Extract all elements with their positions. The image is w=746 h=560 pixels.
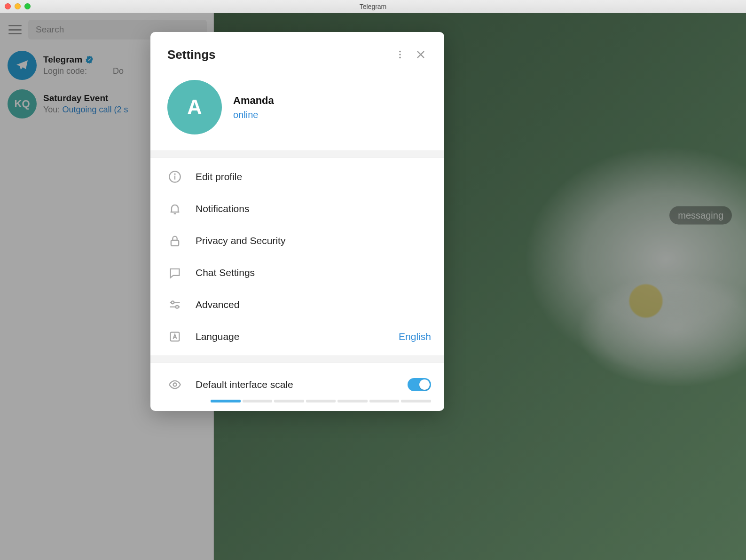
menu-item-language[interactable]: Language English bbox=[150, 321, 444, 353]
svg-point-8 bbox=[171, 301, 174, 304]
scale-seg bbox=[274, 400, 304, 402]
menu-item-label: Edit profile bbox=[196, 171, 431, 182]
menu-item-privacy[interactable]: Privacy and Security bbox=[150, 225, 444, 257]
svg-point-12 bbox=[173, 383, 177, 386]
window-close-button[interactable] bbox=[5, 3, 11, 9]
chat-icon bbox=[167, 265, 182, 280]
profile-avatar: A bbox=[167, 80, 222, 134]
menu-item-label: Privacy and Security bbox=[196, 235, 431, 246]
settings-menu: Edit profile Notifications Privacy and S… bbox=[150, 158, 444, 355]
menu-item-label: Notifications bbox=[196, 203, 431, 214]
scale-seg bbox=[369, 400, 400, 402]
profile-status: online bbox=[233, 110, 274, 120]
svg-rect-6 bbox=[171, 240, 179, 246]
scale-seg bbox=[243, 400, 273, 402]
profile-section[interactable]: A Amanda online bbox=[150, 68, 444, 150]
menu-item-chat-settings[interactable]: Chat Settings bbox=[150, 257, 444, 289]
lock-icon bbox=[167, 233, 182, 248]
window-title: Telegram bbox=[0, 3, 746, 10]
sliders-icon bbox=[167, 297, 182, 312]
menu-item-label: Language bbox=[196, 331, 385, 342]
language-icon bbox=[167, 329, 182, 344]
svg-point-0 bbox=[399, 51, 401, 53]
svg-point-2 bbox=[399, 57, 401, 59]
scale-seg bbox=[211, 400, 241, 402]
menu-item-advanced[interactable]: Advanced bbox=[150, 289, 444, 321]
bell-icon bbox=[167, 201, 182, 216]
svg-point-5 bbox=[174, 174, 175, 174]
scale-label: Default interface scale bbox=[196, 379, 394, 390]
window-titlebar: Telegram bbox=[0, 0, 746, 13]
info-icon bbox=[167, 169, 182, 184]
profile-name: Amanda bbox=[233, 95, 274, 107]
close-icon bbox=[416, 49, 426, 60]
window-minimize-button[interactable] bbox=[15, 3, 21, 9]
eye-icon bbox=[167, 377, 182, 392]
scale-seg bbox=[401, 400, 431, 402]
close-button[interactable] bbox=[410, 44, 431, 65]
scale-seg bbox=[306, 400, 336, 402]
svg-point-10 bbox=[176, 306, 179, 308]
window-zoom-button[interactable] bbox=[24, 3, 31, 9]
traffic-lights bbox=[5, 3, 31, 9]
section-separator bbox=[150, 150, 444, 158]
scale-seg bbox=[338, 400, 368, 402]
scale-toggle[interactable] bbox=[408, 378, 431, 391]
kebab-icon bbox=[395, 49, 405, 60]
scale-row: Default interface scale bbox=[150, 363, 444, 397]
profile-avatar-initial: A bbox=[187, 95, 202, 119]
menu-item-value: English bbox=[399, 331, 431, 342]
more-button[interactable] bbox=[390, 44, 410, 65]
menu-item-label: Advanced bbox=[196, 299, 431, 310]
svg-point-1 bbox=[399, 54, 401, 55]
scale-slider[interactable] bbox=[150, 397, 444, 411]
menu-item-edit-profile[interactable]: Edit profile bbox=[150, 161, 444, 193]
section-separator bbox=[150, 355, 444, 363]
menu-item-label: Chat Settings bbox=[196, 267, 431, 278]
settings-modal: Settings A Amanda online Edit bbox=[150, 32, 444, 411]
menu-item-notifications[interactable]: Notifications bbox=[150, 193, 444, 225]
settings-title: Settings bbox=[167, 47, 390, 62]
